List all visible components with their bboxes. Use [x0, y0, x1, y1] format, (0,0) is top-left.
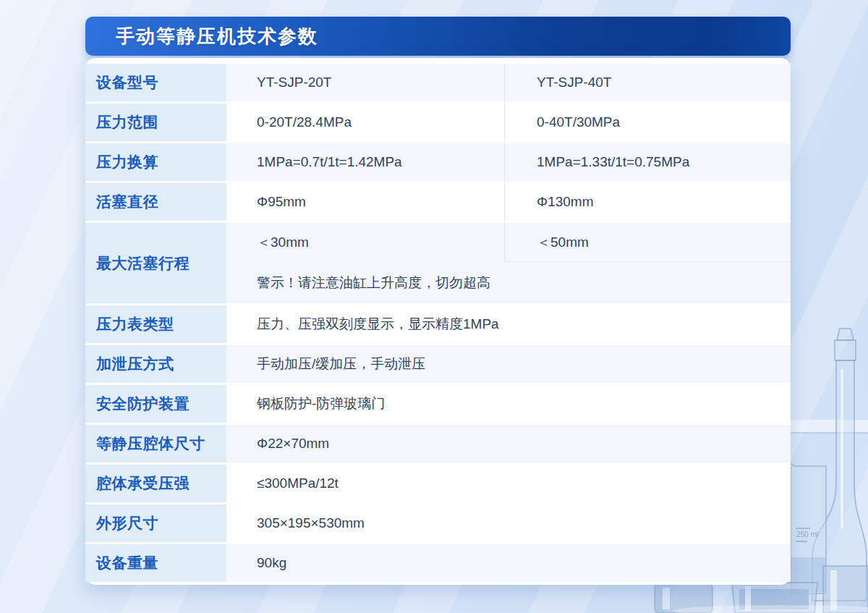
table-row-max-piston-stroke: 最大活塞行程 ＜30mm ＜50mm 警示！请注意油缸上升高度，切勿超高 — [85, 223, 791, 303]
row-label-cell: 安全防护装置 — [85, 385, 226, 423]
value-full: 压力、压强双刻度显示，显示精度1MPa — [226, 315, 499, 334]
row-label-cell: 等静压腔体尺寸 — [85, 425, 226, 462]
row-label: 加泄压方式 — [96, 354, 174, 374]
value-col2: YT-SJP-40T — [504, 64, 791, 101]
table-row-piston-diameter: 活塞直径 Φ95mm Φ130mm — [85, 183, 791, 221]
row-values: Φ95mm Φ130mm — [226, 183, 791, 221]
row-label-cell: 活塞直径 — [85, 183, 226, 221]
value-col1: ＜30mm — [226, 233, 504, 252]
row-label: 压力范围 — [96, 112, 158, 132]
table-row-outer-dimensions: 外形尺寸 305×195×530mm — [85, 504, 791, 542]
value-full: Φ22×70mm — [226, 436, 329, 452]
row-label-cell: 压力范围 — [85, 103, 226, 141]
row-values: ≤300MPa/12t — [226, 465, 791, 502]
row-label-cell: 外形尺寸 — [85, 504, 226, 542]
value-col2: 1MPa=1.33t/1t=0.75MPa — [504, 143, 791, 181]
row-label: 活塞直径 — [96, 192, 158, 212]
value-full: ≤300MPa/12t — [226, 475, 339, 491]
row-label: 安全防护装置 — [96, 394, 190, 414]
table-row-gauge-type: 压力表类型 压力、压强双刻度显示，显示精度1MPa — [85, 305, 791, 343]
spec-table: 设备型号 YT-SJP-20T YT-SJP-40T 压力范围 0-20T/28… — [85, 58, 791, 585]
value-col2: Φ130mm — [504, 183, 791, 221]
table-row-pressure-range: 压力范围 0-20T/28.4MPa 0-40T/30MPa — [85, 103, 791, 141]
table-row-pressurize-method: 加泄压方式 手动加压/缓加压，手动泄压 — [85, 345, 791, 383]
header-bar: 手动等静压机技术参数 — [85, 17, 791, 56]
value-col1: 1MPa=0.7t/1t=1.42MPa — [226, 154, 504, 170]
beaker-icon — [787, 462, 826, 593]
value-full: 90kg — [226, 555, 286, 571]
value-col2: ＜50mm — [504, 223, 791, 262]
row-label: 压力换算 — [96, 152, 158, 172]
table-row-safety-guard: 安全防护装置 钢板防护-防弹玻璃门 — [85, 385, 791, 423]
table-row-chamber-pressure: 腔体承受压强 ≤300MPa/12t — [85, 465, 791, 502]
row-label: 设备型号 — [96, 72, 158, 93]
row-values: ＜30mm ＜50mm 警示！请注意油缸上升高度，切勿超高 — [226, 223, 791, 303]
row-values: 90kg — [226, 544, 791, 582]
table-row-weight: 设备重量 90kg — [85, 544, 791, 582]
row-values: 1MPa=0.7t/1t=1.42MPa 1MPa=1.33t/1t=0.75M… — [226, 143, 791, 181]
table-row-model: 设备型号 YT-SJP-20T YT-SJP-40T — [85, 64, 791, 101]
row-label: 压力表类型 — [96, 314, 174, 334]
row-label-cell: 腔体承受压强 — [85, 465, 226, 502]
stroke-values-line: ＜30mm ＜50mm — [226, 223, 791, 262]
row-values: 钢板防护-防弹玻璃门 — [226, 385, 791, 423]
row-values: Φ22×70mm — [226, 425, 791, 462]
row-label: 等静压腔体尺寸 — [96, 434, 205, 454]
value-full: 305×195×530mm — [226, 515, 365, 531]
row-label-cell: 压力换算 — [85, 143, 226, 181]
page-title: 手动等静压机技术参数 — [85, 24, 318, 49]
value-full: 钢板防护-防弹玻璃门 — [226, 394, 385, 413]
value-full: 手动加压/缓加压，手动泄压 — [226, 355, 425, 373]
row-label-cell: 设备重量 — [85, 544, 226, 582]
row-label-cell: 压力表类型 — [85, 305, 226, 343]
beaker-marking-label: 250 ml — [796, 530, 818, 538]
row-label: 腔体承受压强 — [96, 473, 190, 494]
row-values: YT-SJP-20T YT-SJP-40T — [226, 64, 791, 101]
warning-note: 警示！请注意油缸上升高度，切勿超高 — [226, 262, 791, 303]
row-values: 手动加压/缓加压，手动泄压 — [226, 345, 791, 383]
value-col1: YT-SJP-20T — [226, 75, 504, 90]
row-values: 0-20T/28.4MPa 0-40T/30MPa — [226, 103, 791, 141]
value-col2: 0-40T/30MPa — [504, 103, 791, 141]
value-col1: 0-20T/28.4MPa — [226, 114, 504, 130]
row-label-cell: 设备型号 — [85, 64, 226, 101]
row-label-cell: 最大活塞行程 — [85, 223, 226, 303]
table-row-chamber-size: 等静压腔体尺寸 Φ22×70mm — [85, 425, 791, 462]
row-label: 外形尺寸 — [96, 513, 158, 533]
row-label-cell: 加泄压方式 — [85, 345, 226, 383]
value-col1: Φ95mm — [226, 194, 504, 210]
row-label: 设备重量 — [96, 553, 158, 573]
row-label: 最大活塞行程 — [96, 253, 190, 274]
row-values: 305×195×530mm — [226, 504, 791, 542]
table-row-pressure-conversion: 压力换算 1MPa=0.7t/1t=1.42MPa 1MPa=1.33t/1t=… — [85, 143, 791, 181]
row-values: 压力、压强双刻度显示，显示精度1MPa — [226, 305, 791, 343]
